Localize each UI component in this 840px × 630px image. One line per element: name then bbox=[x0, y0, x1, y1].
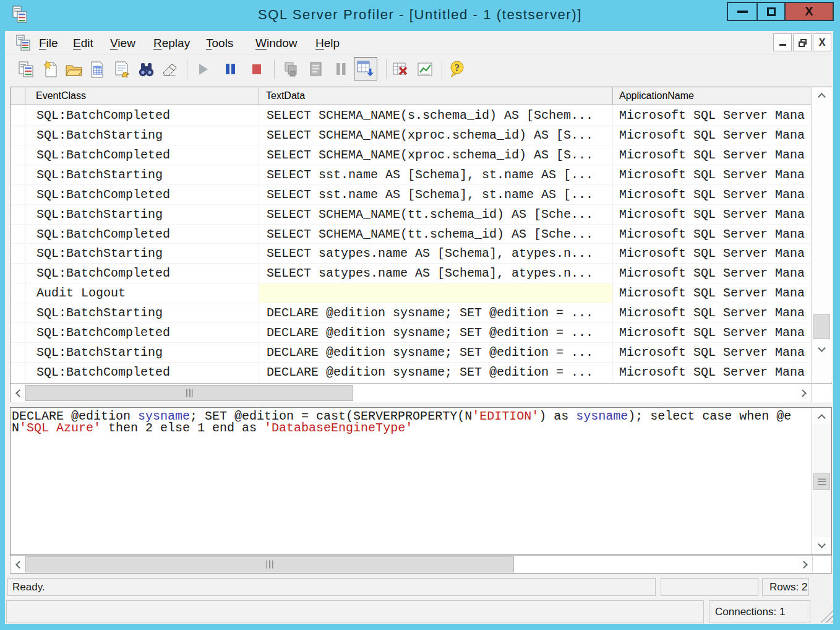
table-row[interactable]: SQL:BatchCompleted SELECT sst.name AS [S… bbox=[11, 185, 811, 205]
table-row[interactable]: SQL:BatchCompleted SELECT SCHEMA_NAME(xp… bbox=[11, 145, 811, 165]
cell-applicationname[interactable]: Microsoft SQL Server Mana bbox=[613, 343, 811, 362]
cell-applicationname[interactable]: Microsoft SQL Server Mana bbox=[613, 303, 811, 322]
cell-applicationname[interactable]: Microsoft SQL Server Mana bbox=[613, 323, 811, 342]
cell-textdata[interactable]: SELECT SCHEMA_NAME(tt.schema_id) AS [Sch… bbox=[259, 225, 613, 244]
find-binoculars-icon[interactable] bbox=[137, 60, 155, 79]
grid-horizontal-scrollbar[interactable] bbox=[11, 383, 811, 402]
table-row[interactable]: SQL:BatchStarting SELECT SCHEMA_NAME(tt.… bbox=[11, 205, 811, 225]
cell-applicationname[interactable]: Microsoft SQL Server Mana bbox=[613, 264, 811, 283]
maximize-button[interactable] bbox=[758, 3, 786, 20]
cell-textdata[interactable]: SELECT satypes.name AS [Schema], atypes.… bbox=[259, 244, 613, 263]
cell-textdata[interactable]: SELECT satypes.name AS [Schema], atypes.… bbox=[259, 264, 613, 283]
close-button[interactable]: X bbox=[786, 3, 833, 20]
autoscroll-button[interactable] bbox=[354, 57, 377, 80]
row-selector-cell[interactable] bbox=[11, 303, 25, 322]
cell-eventclass[interactable]: SQL:BatchStarting bbox=[25, 126, 259, 145]
table-row[interactable]: SQL:BatchCompleted SELECT SCHEMA_NAME(tt… bbox=[11, 225, 811, 244]
cell-eventclass[interactable]: SQL:BatchCompleted bbox=[25, 106, 259, 125]
cell-textdata[interactable]: DECLARE @edition sysname; SET @edition =… bbox=[259, 363, 613, 382]
grid-vertical-scrollbar[interactable] bbox=[811, 87, 832, 382]
cell-applicationname[interactable]: Microsoft SQL Server Mana bbox=[613, 363, 811, 382]
cell-applicationname[interactable]: Microsoft SQL Server Mana bbox=[613, 165, 811, 184]
cell-eventclass[interactable]: SQL:BatchCompleted bbox=[25, 185, 259, 204]
cell-eventclass[interactable]: Audit Logout bbox=[25, 283, 259, 303]
row-selector-cell[interactable] bbox=[11, 126, 25, 145]
row-selector-cell[interactable] bbox=[11, 244, 25, 263]
cell-applicationname[interactable]: Microsoft SQL Server Mana bbox=[613, 185, 811, 204]
menu-help[interactable]: Help bbox=[315, 35, 340, 51]
menu-replay[interactable]: Replay bbox=[153, 35, 190, 51]
cell-textdata[interactable]: SELECT SCHEMA_NAME(xproc.schema_id) AS [… bbox=[259, 126, 613, 145]
scroll-right-button[interactable] bbox=[797, 556, 812, 573]
gray-doc-icon[interactable] bbox=[307, 60, 325, 79]
cell-textdata[interactable]: DECLARE @edition sysname; SET @edition =… bbox=[259, 323, 613, 342]
row-selector-cell[interactable] bbox=[11, 323, 25, 342]
cell-applicationname[interactable]: Microsoft SQL Server Mana bbox=[613, 283, 811, 303]
sql-vscroll-thumb[interactable] bbox=[813, 473, 830, 490]
sql-horizontal-scrollbar[interactable] bbox=[10, 555, 832, 574]
minimize-button[interactable] bbox=[728, 3, 758, 20]
cell-applicationname[interactable]: Microsoft SQL Server Mana bbox=[613, 244, 811, 263]
cell-textdata[interactable]: DECLARE @edition sysname; SET @edition =… bbox=[259, 343, 613, 362]
grid-close-icon[interactable] bbox=[391, 60, 409, 79]
scroll-down-button[interactable] bbox=[812, 341, 832, 358]
mdi-child-icon[interactable] bbox=[15, 35, 32, 54]
cell-textdata[interactable]: DECLARE @edition sysname; SET @edition =… bbox=[259, 303, 613, 322]
column-header-textdata[interactable]: TextData bbox=[259, 87, 613, 105]
new-trace-doc-icon[interactable] bbox=[17, 60, 35, 79]
table-row[interactable]: SQL:BatchStarting SELECT satypes.name AS… bbox=[11, 244, 811, 264]
new-file-icon[interactable] bbox=[40, 60, 59, 79]
file-table-icon[interactable] bbox=[88, 60, 106, 79]
cell-textdata[interactable]: SELECT SCHEMA_NAME(tt.schema_id) AS [Sch… bbox=[259, 205, 613, 224]
cell-applicationname[interactable]: Microsoft SQL Server Mana bbox=[613, 225, 811, 244]
row-selector-cell[interactable] bbox=[11, 343, 25, 362]
cell-eventclass[interactable]: SQL:BatchCompleted bbox=[25, 264, 259, 283]
menu-tools[interactable]: Tools bbox=[206, 35, 233, 51]
row-selector-cell[interactable] bbox=[11, 106, 25, 125]
grid-hscroll-thumb[interactable] bbox=[25, 385, 353, 401]
pause-icon[interactable] bbox=[221, 60, 239, 79]
file-properties-icon[interactable] bbox=[113, 60, 131, 79]
cell-applicationname[interactable]: Microsoft SQL Server Mana bbox=[613, 126, 811, 145]
table-row[interactable]: SQL:BatchCompleted DECLARE @edition sysn… bbox=[11, 323, 811, 343]
play-icon[interactable] bbox=[193, 60, 212, 79]
row-selector-cell[interactable] bbox=[11, 283, 25, 303]
row-selector-cell[interactable] bbox=[11, 363, 25, 382]
cell-applicationname[interactable]: Microsoft SQL Server Mana bbox=[613, 106, 811, 125]
sql-text-pane[interactable]: DECLARE @edition sysname; SET @edition =… bbox=[10, 407, 832, 555]
cell-eventclass[interactable]: SQL:BatchCompleted bbox=[25, 225, 259, 244]
table-row[interactable]: SQL:BatchStarting DECLARE @edition sysna… bbox=[11, 343, 811, 363]
cell-applicationname[interactable]: Microsoft SQL Server Mana bbox=[613, 145, 811, 165]
menu-view[interactable]: View bbox=[110, 35, 135, 51]
row-selector-cell[interactable] bbox=[11, 145, 25, 165]
cell-eventclass[interactable]: SQL:BatchCompleted bbox=[25, 363, 259, 382]
column-header-eventclass[interactable]: EventClass bbox=[25, 87, 259, 105]
table-row[interactable]: SQL:BatchStarting DECLARE @edition sysna… bbox=[11, 303, 811, 323]
cell-eventclass[interactable]: SQL:BatchStarting bbox=[25, 205, 259, 224]
cell-textdata[interactable]: SELECT sst.name AS [Schema], st.name AS … bbox=[259, 185, 613, 204]
scroll-down-button[interactable] bbox=[812, 537, 831, 553]
cell-textdata[interactable] bbox=[259, 283, 613, 303]
cell-eventclass[interactable]: SQL:BatchStarting bbox=[25, 244, 259, 263]
cell-eventclass[interactable]: SQL:BatchStarting bbox=[25, 303, 259, 322]
table-row[interactable]: Audit Logout Microsoft SQL Server Mana bbox=[11, 283, 811, 303]
table-row[interactable]: SQL:BatchCompleted SELECT satypes.name A… bbox=[11, 264, 811, 283]
cell-applicationname[interactable]: Microsoft SQL Server Mana bbox=[613, 205, 811, 224]
open-folder-icon[interactable] bbox=[64, 60, 83, 79]
mdi-close-button[interactable]: X bbox=[813, 33, 831, 51]
sql-hscroll-thumb[interactable] bbox=[25, 556, 514, 572]
row-selector-cell[interactable] bbox=[11, 205, 25, 224]
scroll-up-button[interactable] bbox=[812, 87, 832, 104]
eraser-clear-icon[interactable] bbox=[160, 60, 179, 79]
scroll-left-button[interactable] bbox=[11, 384, 25, 402]
cell-eventclass[interactable]: SQL:BatchCompleted bbox=[25, 145, 259, 165]
column-header-applicationname[interactable]: ApplicationName bbox=[613, 87, 811, 105]
menu-edit[interactable]: Edit bbox=[73, 35, 93, 51]
chart-icon[interactable] bbox=[416, 60, 434, 79]
row-selector-cell[interactable] bbox=[11, 185, 25, 204]
scroll-up-button[interactable] bbox=[812, 408, 831, 425]
cell-textdata[interactable]: SELECT sst.name AS [Schema], st.name AS … bbox=[259, 165, 613, 184]
cell-eventclass[interactable]: SQL:BatchStarting bbox=[25, 165, 259, 184]
copy-pages-icon[interactable] bbox=[282, 60, 301, 79]
cell-eventclass[interactable]: SQL:BatchCompleted bbox=[25, 323, 259, 342]
